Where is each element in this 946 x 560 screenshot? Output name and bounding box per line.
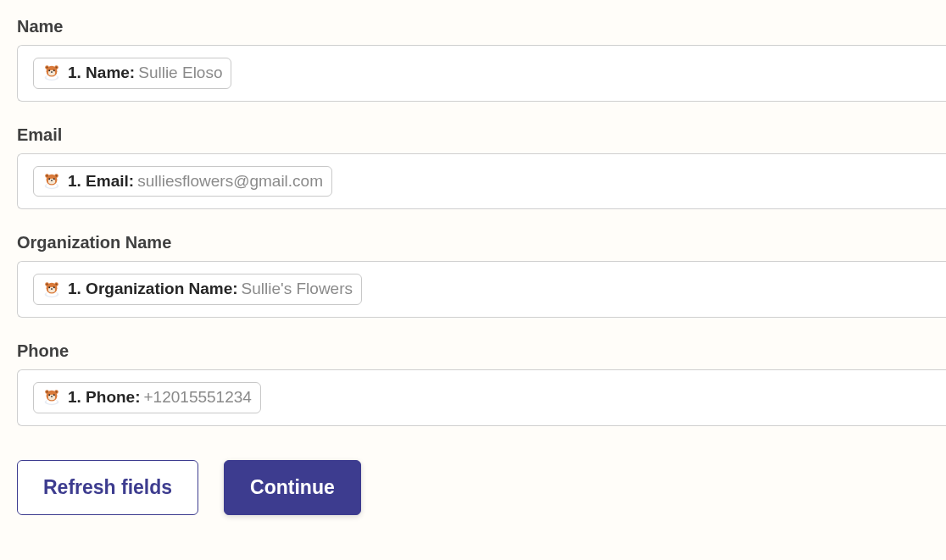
field-label-name: Name (17, 17, 946, 36)
field-label-phone: Phone (17, 341, 946, 361)
mascot-icon (42, 388, 61, 407)
field-group-phone: Phone 1. Phone: +12015551234 (17, 341, 946, 426)
field-label-organization: Organization Name (17, 233, 946, 252)
continue-button[interactable]: Continue (224, 460, 361, 515)
token-phone[interactable]: 1. Phone: +12015551234 (33, 382, 261, 413)
mascot-icon (42, 280, 61, 299)
token-value: sulliesflowers@gmail.com (137, 171, 323, 192)
mascot-icon (42, 64, 61, 82)
token-name[interactable]: 1. Name: Sullie Eloso (33, 58, 231, 89)
token-label: 1. Phone: (68, 387, 141, 408)
token-label: 1. Name: (68, 63, 135, 84)
field-input-name[interactable]: 1. Name: Sullie Eloso (17, 45, 946, 102)
token-email[interactable]: 1. Email: sulliesflowers@gmail.com (33, 166, 332, 197)
token-value: +12015551234 (144, 387, 252, 408)
field-group-name: Name 1. Name: Sullie Eloso (17, 17, 946, 102)
mascot-icon (42, 172, 61, 191)
button-row: Refresh fields Continue (17, 460, 946, 515)
token-organization[interactable]: 1. Organization Name: Sullie's Flowers (33, 274, 362, 305)
refresh-fields-button[interactable]: Refresh fields (17, 460, 198, 515)
token-value: Sullie's Flowers (242, 279, 353, 300)
field-input-email[interactable]: 1. Email: sulliesflowers@gmail.com (17, 153, 946, 210)
token-label: 1. Email: (68, 171, 134, 192)
field-group-email: Email 1. Email: sulliesflowers@gmail.com (17, 125, 946, 210)
token-value: Sullie Eloso (138, 63, 222, 84)
field-group-organization: Organization Name 1. Organization Name: … (17, 233, 946, 318)
field-label-email: Email (17, 125, 946, 145)
field-input-organization[interactable]: 1. Organization Name: Sullie's Flowers (17, 261, 946, 318)
token-label: 1. Organization Name: (68, 279, 238, 300)
field-input-phone[interactable]: 1. Phone: +12015551234 (17, 369, 946, 426)
